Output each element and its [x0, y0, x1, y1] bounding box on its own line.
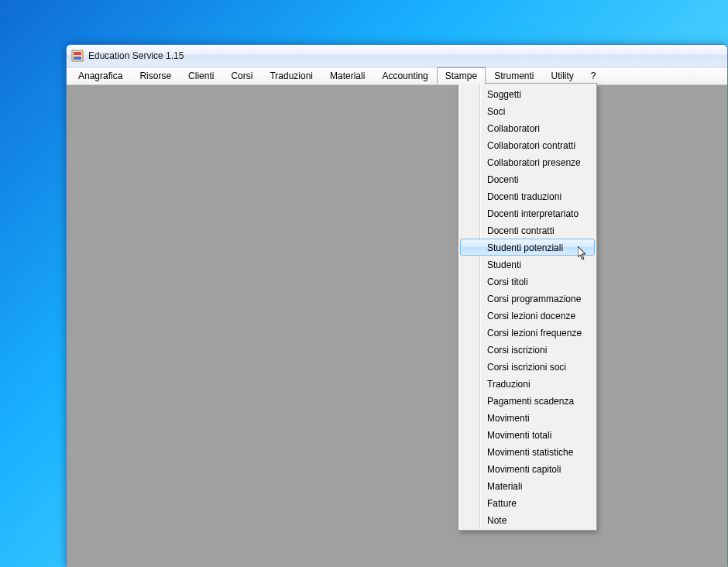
mdi-client-area: [67, 85, 727, 567]
dd-movimenti-totali[interactable]: Movimenti totali: [460, 426, 595, 443]
dd-corsi-lezioni-docenze[interactable]: Corsi lezioni docenze: [460, 307, 595, 324]
dd-traduzioni[interactable]: Traduzioni: [460, 375, 595, 392]
dd-collaboratori[interactable]: Collaboratori: [460, 119, 595, 136]
svg-rect-2: [74, 57, 81, 60]
dd-corsi-iscrizioni-soci[interactable]: Corsi iscrizioni soci: [460, 358, 595, 375]
dd-docenti-interpretariato[interactable]: Docenti interpretariato: [460, 204, 595, 222]
dd-docenti[interactable]: Docenti: [460, 170, 595, 187]
dd-soci[interactable]: Soci: [460, 102, 595, 119]
menu-stampe[interactable]: Stampe: [437, 67, 486, 84]
dd-materiali[interactable]: Materiali: [460, 477, 595, 494]
dd-movimenti[interactable]: Movimenti: [460, 409, 595, 426]
dd-movimenti-capitoli[interactable]: Movimenti capitoli: [460, 460, 595, 477]
menu-materiali[interactable]: Materiali: [321, 67, 373, 84]
dd-studenti-potenziali[interactable]: Studenti potenziali: [460, 239, 595, 256]
dd-corsi-titoli[interactable]: Corsi titoli: [460, 273, 595, 290]
menu-strumenti[interactable]: Strumenti: [486, 67, 542, 84]
menu-clienti[interactable]: Clienti: [180, 67, 222, 84]
dd-note[interactable]: Note: [460, 511, 595, 528]
dd-corsi-lezioni-frequenze[interactable]: Corsi lezioni frequenze: [460, 324, 595, 341]
menu-anagrafica[interactable]: Anagrafica: [70, 67, 131, 84]
menu-accounting[interactable]: Accounting: [373, 67, 436, 84]
dropdown-stampe: Soggetti Soci Collaboratori Collaborator…: [458, 83, 597, 531]
menu-traduzioni[interactable]: Traduzioni: [261, 67, 321, 84]
app-icon: [71, 50, 84, 62]
desktop-background: Education Service 1.15 Anagrafica Risors…: [0, 0, 728, 567]
app-window: Education Service 1.15 Anagrafica Risors…: [66, 44, 728, 567]
dd-corsi-iscrizioni[interactable]: Corsi iscrizioni: [460, 341, 595, 358]
dd-corsi-programmazione[interactable]: Corsi programmazione: [460, 290, 595, 307]
window-title: Education Service 1.15: [88, 50, 184, 61]
dd-soggetti[interactable]: Soggetti: [460, 85, 595, 102]
menubar: Anagrafica Risorse Clienti Corsi Traduzi…: [67, 67, 727, 85]
dd-studenti[interactable]: Studenti: [460, 256, 595, 273]
svg-rect-1: [74, 52, 81, 55]
menu-corsi[interactable]: Corsi: [222, 67, 261, 84]
titlebar[interactable]: Education Service 1.15: [67, 45, 727, 67]
dd-docenti-traduzioni[interactable]: Docenti traduzioni: [460, 187, 595, 204]
menu-risorse[interactable]: Risorse: [131, 67, 180, 84]
dd-collaboratori-contratti[interactable]: Collaboratori contratti: [460, 136, 595, 153]
menu-utility[interactable]: Utility: [542, 67, 582, 84]
dd-collaboratori-presenze[interactable]: Collaboratori presenze: [460, 153, 595, 170]
dd-movimenti-statistiche[interactable]: Movimenti statistiche: [460, 443, 595, 460]
dd-docenti-contratti[interactable]: Docenti contratti: [460, 222, 595, 239]
menu-help[interactable]: ?: [582, 67, 605, 84]
dd-pagamenti-scadenza[interactable]: Pagamenti scadenza: [460, 392, 595, 409]
dd-fatture[interactable]: Fatture: [460, 494, 595, 511]
